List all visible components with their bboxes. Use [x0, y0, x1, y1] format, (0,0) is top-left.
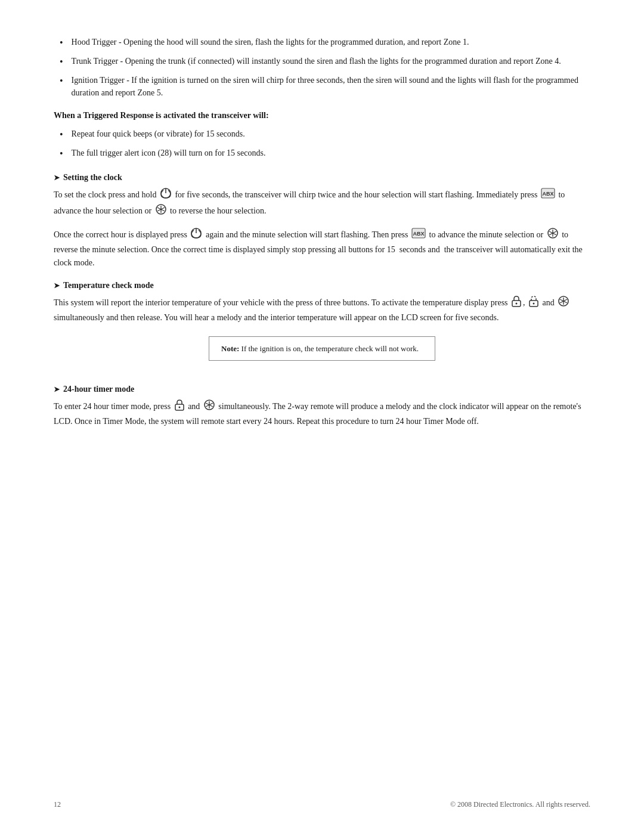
lock-icon-2: [528, 295, 539, 311]
abx-icon-2: ABX: [411, 228, 426, 243]
power-icon-1: [160, 187, 172, 203]
note-label: Note:: [221, 344, 239, 353]
power-icon-2: [190, 227, 202, 243]
list-item: Trunk Trigger - Opening the trunk (if co…: [54, 55, 590, 69]
setting-clock-label: Setting the clock: [63, 173, 122, 182]
list-item: Repeat four quick beeps (or vibrate) for…: [54, 128, 590, 142]
setting-clock-para1: To set the clock press and hold for five…: [54, 187, 590, 219]
svg-text:ABX: ABX: [413, 231, 424, 237]
setting-clock-heading: Setting the clock: [54, 173, 590, 182]
page-number: 12: [54, 800, 61, 809]
asterisk-icon-2: [547, 227, 559, 243]
asterisk-icon-1: [155, 203, 167, 219]
top-bullet-list: Hood Trigger - Opening the hood will sou…: [54, 36, 590, 99]
copyright-text: © 2008 Directed Electronics. All rights …: [450, 800, 590, 809]
note-text: If the ignition is on, the temperature c…: [239, 344, 419, 353]
page: Hood Trigger - Opening the hood will sou…: [0, 0, 644, 833]
ignition-trigger-text: Ignition Trigger - If the ignition is tu…: [72, 74, 590, 99]
triggered-response-heading: When a Triggered Response is activated t…: [54, 111, 590, 120]
triggered-bullets: Repeat four quick beeps (or vibrate) for…: [54, 128, 590, 161]
list-item: Hood Trigger - Opening the hood will sou…: [54, 36, 590, 50]
trunk-trigger-text: Trunk Trigger - Opening the trunk (if co…: [72, 55, 561, 67]
asterisk-icon-4: [203, 399, 215, 415]
svg-text:ABX: ABX: [542, 191, 553, 197]
timer-mode-para1: To enter 24 hour timer mode, press and s…: [54, 399, 590, 428]
svg-point-17: [516, 303, 518, 305]
list-item: Ignition Trigger - If the ignition is tu…: [54, 74, 590, 99]
hood-trigger-text: Hood Trigger - Opening the hood will sou…: [72, 36, 469, 48]
note-box: Note: If the ignition is on, the tempera…: [209, 336, 435, 361]
footer: 12 © 2008 Directed Electronics. All righ…: [54, 800, 590, 809]
temperature-check-para1: This system will report the interior tem…: [54, 295, 590, 324]
timer-mode-label: 24-hour timer mode: [63, 385, 134, 394]
abx-icon-1: ABX: [541, 188, 555, 203]
timer-mode-heading: 24-hour timer mode: [54, 385, 590, 394]
svg-point-25: [178, 407, 180, 408]
temperature-check-heading: Temperature check mode: [54, 281, 590, 290]
asterisk-icon-3: [558, 295, 569, 311]
list-item: The full trigger alert icon (28) will tu…: [54, 147, 590, 161]
trigger-alert-text: The full trigger alert icon (28) will tu…: [72, 147, 266, 159]
svg-point-19: [533, 303, 535, 305]
lock-icon-3: [174, 399, 185, 415]
beeps-text: Repeat four quick beeps (or vibrate) for…: [72, 128, 245, 140]
lock-icon-1: [511, 295, 522, 311]
setting-clock-para2: Once the correct hour is displayed press…: [54, 227, 590, 269]
temperature-check-label: Temperature check mode: [63, 281, 154, 290]
